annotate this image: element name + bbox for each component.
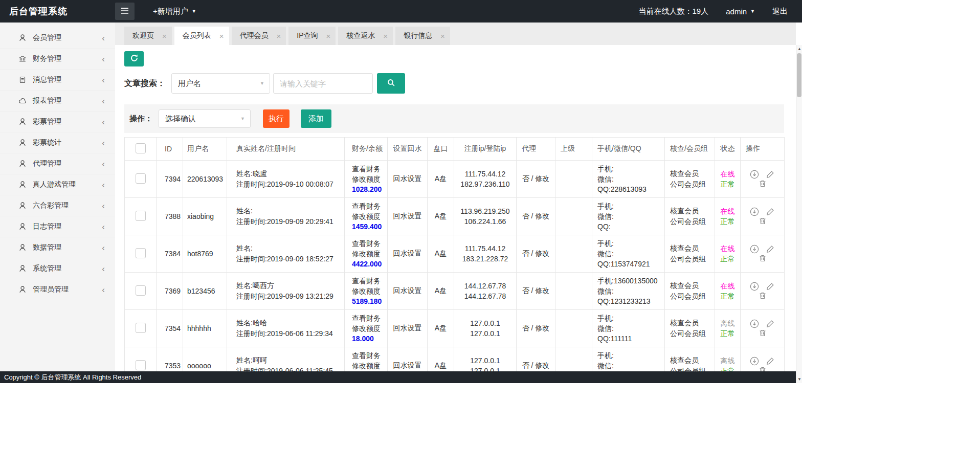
view-finance-link[interactable]: 查看财务 xyxy=(352,313,387,323)
sidebar-item-label: 真人游戏管理 xyxy=(33,180,102,189)
view-finance-link[interactable]: 查看财务 xyxy=(352,350,387,361)
tab-agent-member[interactable]: 代理会员 × xyxy=(232,27,286,45)
row-checkbox[interactable] xyxy=(136,323,146,333)
download-circle-icon[interactable] xyxy=(750,319,759,328)
vertical-scrollbar[interactable]: ▲ ▼ xyxy=(796,45,802,383)
tab-ip-query[interactable]: IP查询 × xyxy=(288,27,336,45)
rebate-settings-link[interactable]: 回水设置 xyxy=(393,324,422,332)
download-circle-icon[interactable] xyxy=(750,170,759,179)
sidebar-item-log[interactable]: 日志管理 ‹ xyxy=(0,216,115,237)
phone-text: 手机: xyxy=(597,201,664,211)
edit-icon[interactable] xyxy=(766,244,775,254)
edit-icon[interactable] xyxy=(766,319,775,328)
row-checkbox[interactable] xyxy=(136,360,146,370)
sidebar-item-live-game[interactable]: 真人游戏管理 ‹ xyxy=(0,174,115,195)
keyword-input[interactable] xyxy=(273,73,373,94)
cell-agent[interactable]: 否 / 修改 xyxy=(517,161,555,198)
close-icon[interactable]: × xyxy=(383,32,388,40)
refresh-button[interactable] xyxy=(124,51,144,66)
check-member-link[interactable]: 核查会员 xyxy=(670,318,715,328)
cell-agent[interactable]: 否 / 修改 xyxy=(517,273,555,310)
close-icon[interactable]: × xyxy=(162,32,167,40)
download-circle-icon[interactable] xyxy=(750,207,759,216)
delete-icon[interactable] xyxy=(758,291,767,300)
delete-icon[interactable] xyxy=(758,254,767,263)
sidebar-item-data[interactable]: 数据管理 ‹ xyxy=(0,237,115,258)
view-finance-link[interactable]: 查看财务 xyxy=(352,164,387,174)
edit-icon[interactable] xyxy=(766,170,775,179)
sidebar-item-message[interactable]: 消息管理 ‹ xyxy=(0,70,115,91)
cell-agent[interactable]: 否 / 修改 xyxy=(517,235,555,273)
logout-button[interactable]: 退出 xyxy=(772,7,788,16)
tab-bank-info[interactable]: 银行信息 × xyxy=(395,27,450,45)
select-all-checkbox[interactable] xyxy=(136,143,146,153)
delete-icon[interactable] xyxy=(758,328,767,338)
edit-quota-link[interactable]: 修改额度 xyxy=(352,286,387,296)
tab-welcome[interactable]: 欢迎页 × xyxy=(124,27,172,45)
edit-quota-link[interactable]: 修改额度 xyxy=(352,249,387,259)
rebate-settings-link[interactable]: 回水设置 xyxy=(393,286,422,295)
scroll-down-icon[interactable]: ▼ xyxy=(796,377,802,382)
delete-icon[interactable] xyxy=(758,216,767,226)
download-circle-icon[interactable] xyxy=(750,282,759,291)
view-finance-link[interactable]: 查看财务 xyxy=(352,276,387,286)
sidebar-item-lottery-stats[interactable]: 彩票统计 ‹ xyxy=(0,132,115,153)
row-checkbox[interactable] xyxy=(136,285,146,296)
tab-label: 银行信息 xyxy=(404,31,432,40)
rebate-settings-link[interactable]: 回水设置 xyxy=(393,174,422,183)
cell-name-time: 姓名:哈哈 注册时间:2019-06-06 11:29:34 xyxy=(227,310,345,347)
operation-select[interactable]: 选择确认 ▼ xyxy=(159,109,251,128)
edit-quota-link[interactable]: 修改额度 xyxy=(352,211,387,221)
delete-icon[interactable] xyxy=(758,179,767,188)
rebate-settings-link[interactable]: 回水设置 xyxy=(393,249,422,257)
close-icon[interactable]: × xyxy=(219,32,224,40)
scrollbar-thumb[interactable] xyxy=(797,53,801,97)
register-time: 注册时间:2019-09-09 13:21:29 xyxy=(236,291,344,302)
rebate-settings-link[interactable]: 回水设置 xyxy=(393,212,422,220)
execute-button[interactable]: 执行 xyxy=(263,109,289,128)
scroll-up-icon[interactable]: ▲ xyxy=(796,47,802,51)
row-checkbox[interactable] xyxy=(136,211,146,221)
edit-quota-link[interactable]: 修改额度 xyxy=(352,361,387,371)
tab-rebate-check[interactable]: 核查返水 × xyxy=(338,27,393,45)
check-member-link[interactable]: 核查会员 xyxy=(670,206,715,216)
sidebar-item-admin[interactable]: 管理员管理 ‹ xyxy=(0,279,115,300)
check-member-link[interactable]: 核查会员 xyxy=(670,280,715,291)
cell-status: 在线 正常 xyxy=(715,198,741,235)
admin-dropdown[interactable]: admin ▼ xyxy=(726,7,755,16)
sidebar-item-system[interactable]: 系统管理 ‹ xyxy=(0,258,115,279)
cell-agent[interactable]: 否 / 修改 xyxy=(517,198,555,235)
menu-toggle-button[interactable] xyxy=(115,3,135,20)
edit-icon[interactable] xyxy=(766,207,775,216)
search-button[interactable] xyxy=(377,73,405,94)
sidebar-item-member[interactable]: 会员管理 ‹ xyxy=(0,28,115,49)
check-member-link[interactable]: 核查会员 xyxy=(670,243,715,254)
download-circle-icon[interactable] xyxy=(750,244,759,254)
new-user-dropdown[interactable]: +新增用户 ▼ xyxy=(153,7,196,16)
close-icon[interactable]: × xyxy=(440,32,445,40)
download-circle-icon[interactable] xyxy=(750,356,759,366)
cell-agent[interactable]: 否 / 修改 xyxy=(517,310,555,347)
row-checkbox[interactable] xyxy=(136,173,146,184)
sidebar-item-finance[interactable]: 财务管理 ‹ xyxy=(0,49,115,70)
edit-quota-link[interactable]: 修改额度 xyxy=(352,174,387,184)
close-icon[interactable]: × xyxy=(326,32,331,40)
rebate-settings-link[interactable]: 回水设置 xyxy=(393,361,422,369)
tab-member-list[interactable]: 会员列表 × xyxy=(174,27,229,45)
view-finance-link[interactable]: 查看财务 xyxy=(352,238,387,249)
sidebar-item-lottery[interactable]: 彩票管理 ‹ xyxy=(0,112,115,132)
edit-icon[interactable] xyxy=(766,282,775,291)
row-checkbox[interactable] xyxy=(136,248,146,258)
sidebar-item-mark-six[interactable]: 六合彩管理 ‹ xyxy=(0,195,115,216)
sidebar-item-report[interactable]: 报表管理 ‹ xyxy=(0,91,115,112)
sidebar-item-agent[interactable]: 代理管理 ‹ xyxy=(0,153,115,174)
check-member-link[interactable]: 核查会员 xyxy=(670,168,715,179)
close-icon[interactable]: × xyxy=(277,32,281,40)
add-button[interactable]: 添加 xyxy=(301,109,331,128)
view-finance-link[interactable]: 查看财务 xyxy=(352,201,387,211)
col-header-check-group: 核查/会员组 xyxy=(665,138,715,161)
search-field-select[interactable]: 用户名 ▼ xyxy=(171,73,270,94)
check-member-link[interactable]: 核查会员 xyxy=(670,355,715,366)
edit-quota-link[interactable]: 修改额度 xyxy=(352,323,387,333)
edit-icon[interactable] xyxy=(766,356,775,366)
